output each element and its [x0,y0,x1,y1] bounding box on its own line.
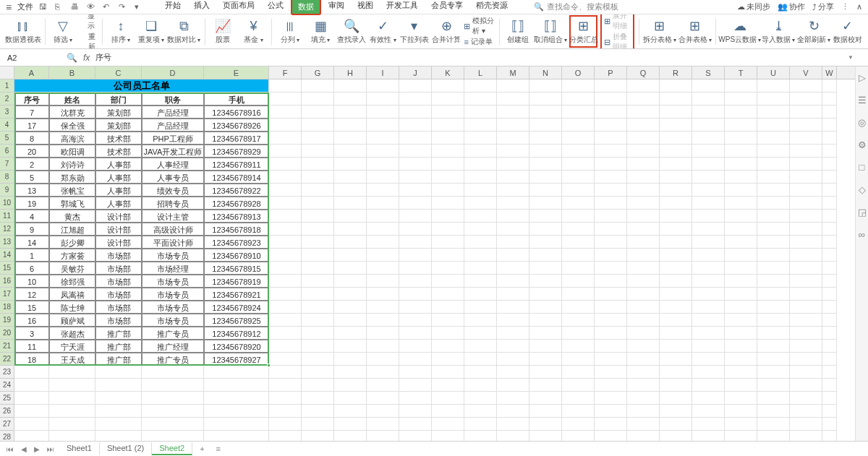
ribbon-排序[interactable]: ↕排序 [107,18,135,45]
cell[interactable] [497,145,529,158]
col-header-I[interactable]: I [367,66,399,79]
cell[interactable] [822,392,837,405]
ribbon-查找录入[interactable]: 🔍查找录入 [337,18,366,45]
cell[interactable] [464,301,497,314]
cell[interactable] [399,171,432,184]
cell[interactable] [595,366,627,379]
cell[interactable] [627,379,660,392]
cell-role[interactable]: PHP工程师 [142,132,204,145]
cell[interactable] [822,431,837,441]
cell[interactable] [595,106,627,119]
cell[interactable] [334,132,367,145]
cell[interactable] [660,93,692,106]
cell[interactable] [725,197,757,210]
ribbon-合并表格[interactable]: ⊞合并表格 [678,18,711,45]
cell[interactable] [562,340,595,353]
row-header-21[interactable]: 21 [0,340,14,353]
cell[interactable] [595,288,627,301]
side-icon-0[interactable]: ▷ [859,72,866,83]
cell[interactable] [334,379,367,392]
tab-nav-last-icon[interactable]: ⏭ [45,445,56,453]
cell[interactable] [497,314,529,327]
cell[interactable] [757,236,790,249]
cell[interactable] [529,236,562,249]
cell[interactable] [464,431,497,441]
cell[interactable] [432,353,464,366]
cell-seq[interactable]: 18 [14,353,49,366]
cell[interactable] [269,158,302,171]
cell[interactable] [204,379,269,392]
cell[interactable] [367,171,399,184]
tab-稻壳资源[interactable]: 稻壳资源 [470,0,514,15]
cell[interactable] [269,327,302,340]
cell[interactable] [497,249,529,262]
cell[interactable] [757,158,790,171]
cell-seq[interactable]: 12 [14,288,49,301]
cell[interactable] [757,431,790,441]
cell[interactable] [529,353,562,366]
cell[interactable] [725,392,757,405]
cell[interactable] [692,392,725,405]
cell[interactable] [302,379,334,392]
cell[interactable] [399,197,432,210]
tab-审阅[interactable]: 审阅 [323,0,350,15]
side-icon-6[interactable]: ◲ [858,207,867,218]
cell-seq[interactable]: 2 [14,158,49,171]
cell[interactable] [725,418,757,431]
cell[interactable] [562,366,595,379]
cell-seq[interactable]: 5 [14,171,49,184]
cell[interactable] [399,353,432,366]
cell[interactable] [269,132,302,145]
cell[interactable] [334,288,367,301]
cell[interactable] [692,184,725,197]
cell[interactable] [692,223,725,236]
cell[interactable] [334,431,367,441]
cell[interactable] [725,327,757,340]
cell-dept[interactable]: 策划部 [95,119,142,132]
cell-dept[interactable]: 市场部 [95,275,142,288]
cell[interactable] [334,275,367,288]
cell[interactable] [269,171,302,184]
cell[interactable] [334,314,367,327]
cell-phone[interactable]: 12345678929 [204,145,269,158]
cell[interactable] [757,379,790,392]
cell[interactable] [725,210,757,223]
cell[interactable] [367,405,399,418]
cell[interactable] [334,184,367,197]
cell[interactable] [464,405,497,418]
cell-phone[interactable]: 12345678928 [204,197,269,210]
cell[interactable] [302,301,334,314]
cell-seq[interactable]: 19 [14,197,49,210]
cell[interactable] [464,327,497,340]
cell[interactable] [95,431,142,441]
cell[interactable] [302,210,334,223]
cell[interactable] [432,379,464,392]
cell[interactable] [399,418,432,431]
cell[interactable] [142,379,204,392]
tab-数据[interactable]: 数据 [291,0,321,15]
cell-dept[interactable]: 设计部 [95,210,142,223]
row-header-15[interactable]: 15 [0,262,14,275]
cell[interactable] [692,353,725,366]
ribbon-导入数据[interactable]: ⤓导入数据 [762,18,795,45]
cell[interactable] [432,79,464,93]
cell[interactable] [399,210,432,223]
qat-print-icon[interactable]: 🖶 [71,2,81,12]
cell[interactable] [757,314,790,327]
cell[interactable] [595,392,627,405]
cell[interactable] [725,431,757,441]
cell[interactable] [497,327,529,340]
name-box[interactable] [3,52,61,64]
cell[interactable] [562,288,595,301]
cell[interactable] [302,249,334,262]
row-header-27[interactable]: 27 [0,418,14,431]
cell[interactable] [334,210,367,223]
cell[interactable] [302,340,334,353]
cell[interactable] [399,314,432,327]
tab-视图[interactable]: 视图 [352,0,379,15]
cell[interactable] [464,392,497,405]
cell[interactable] [790,132,822,145]
cell[interactable] [269,418,302,431]
cell[interactable] [757,353,790,366]
cell[interactable] [302,366,334,379]
